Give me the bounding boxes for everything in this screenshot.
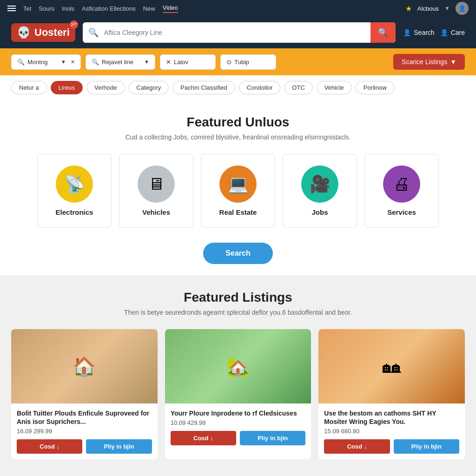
electronics-label: Electronics <box>45 208 104 216</box>
listing-image-1: 🏡 <box>165 329 311 403</box>
realestate-icon-circle: 💻 <box>219 165 257 203</box>
price-filter[interactable]: ⊙ Tubip <box>220 54 276 70</box>
listings-grid: 🏠 Bolit Tuitter Plouds Enficule Suprovee… <box>11 329 465 459</box>
tag-vehicle[interactable]: Vehicle <box>317 81 352 94</box>
location-close[interactable]: ✕ <box>71 59 75 65</box>
listing-price-2: 15.09 680.80 <box>324 428 459 435</box>
nav-item-video[interactable]: Video <box>163 4 178 13</box>
care-icon: 👤 <box>440 29 448 36</box>
search-bar-submit[interactable]: 🔍 <box>370 22 396 43</box>
condition-filter[interactable]: ✕ Lalov <box>160 54 216 70</box>
listing-card-0[interactable]: 🏠 Bolit Tuitter Plouds Enficule Suprovee… <box>11 329 158 459</box>
header: 💀 Uosteri 2⁴⁹ 🔍 🔍 👤 Search 👤 Care <box>0 17 476 48</box>
filter-submit-btn[interactable]: Scarice Listings ▼ <box>393 54 465 70</box>
services-icon-circle: 🖨 <box>383 165 420 203</box>
header-search-btn[interactable]: 👤 Search <box>403 29 434 36</box>
nav-item-sours[interactable]: Sours <box>39 5 54 12</box>
listing-actions-0: Cosd ↓ Pliy in bjin <box>17 439 152 454</box>
listing-btn-primary-1[interactable]: Cosd ↓ <box>171 431 236 445</box>
filter-bar: 🔍 Montng ▼ ✕ 🔍 Rejavet line ▼ ✕ Lalov ⊙ … <box>0 48 476 75</box>
logo[interactable]: 💀 Uosteri 2⁴⁹ <box>11 23 75 42</box>
header-actions: 👤 Search 👤 Care <box>403 29 465 36</box>
star-icon: ★ <box>405 4 412 13</box>
realestate-label: Real Estate <box>209 208 267 216</box>
jobs-icon: 🎥 <box>310 174 331 194</box>
logo-text: Uosteri <box>34 26 70 39</box>
logo-badge: 2⁴⁹ <box>70 20 78 29</box>
listing-btn-primary-0[interactable]: Cosd ↓ <box>17 439 82 454</box>
featured-search-btn[interactable]: Search <box>203 243 272 264</box>
category-services[interactable]: 🖨 Services <box>364 154 439 228</box>
listing-btn-primary-2[interactable]: Cosd ↓ <box>324 439 390 454</box>
listing-card-2[interactable]: 🏘 Use the bestom an cathoms SHT HY Mosit… <box>318 329 465 459</box>
user-dropdown-icon[interactable]: ▼ <box>444 5 450 12</box>
tag-pachm[interactable]: Pachm Classified <box>172 81 235 94</box>
services-icon: 🖨 <box>393 174 410 194</box>
listing-title-1: Yourr Ploure Inprodene to rf Cledsicuses <box>171 409 306 417</box>
filter-chevron-icon: ▼ <box>450 58 456 66</box>
tag-category[interactable]: Category <box>129 81 169 94</box>
listing-image-0: 🏠 <box>11 329 158 403</box>
electronics-icon: 📡 <box>64 174 85 194</box>
tag-otc[interactable]: OTC <box>284 81 312 94</box>
categories-grid: 📡 Electronics 🖥 Vehicles 💻 Real Estate 🎥… <box>11 154 465 228</box>
listings-subtitle: Then is betye seuredronds ageamt splecit… <box>11 309 465 316</box>
user-name[interactable]: Alcbous <box>417 5 439 12</box>
listings-section: Featured Listings Then is betye seuredro… <box>0 275 476 470</box>
nav-item-asfication[interactable]: Asfication Ellections <box>82 5 136 12</box>
category-jobs[interactable]: 🎥 Jobs <box>283 154 357 228</box>
listing-actions-2: Cosd ↓ Pliy in bjin <box>324 439 459 454</box>
listing-body-0: Bolit Tuitter Plouds Enficule Suproveed … <box>11 403 158 459</box>
search-input[interactable] <box>104 22 370 43</box>
top-nav: Tet Sours lnols Asfication Ellections Ne… <box>0 0 476 17</box>
tag-lireus[interactable]: Lireus <box>51 81 83 94</box>
jobs-icon-circle: 🎥 <box>301 165 338 203</box>
vehicles-icon-circle: 🖥 <box>138 165 175 203</box>
top-nav-right: ★ Alcbous ▼ 👤 <box>405 2 469 15</box>
search-bar: 🔍 🔍 <box>83 22 396 43</box>
tag-verhode[interactable]: Verhode <box>86 81 125 94</box>
listing-btn-secondary-2[interactable]: Pliy in bjin <box>394 439 459 454</box>
listing-title-0: Bolit Tuitter Plouds Enficule Suproveed … <box>17 409 152 426</box>
listing-price-0: 16.09 299.99 <box>17 428 152 435</box>
hamburger-menu[interactable] <box>7 6 16 11</box>
realestate-icon: 💻 <box>228 174 249 194</box>
featured-title: Featured Unluos <box>11 115 465 130</box>
vehicles-icon: 🖥 <box>148 174 165 194</box>
listing-btn-secondary-0[interactable]: Pliy in bjin <box>86 439 152 454</box>
main-content: Featured Unluos Cud a collecting Jobs, c… <box>0 100 476 275</box>
category-filter[interactable]: 🔍 Rejavet line ▼ <box>86 54 155 70</box>
listing-body-2: Use the bestom an cathoms SHT HY Mositer… <box>318 403 465 459</box>
nav-item-tet[interactable]: Tet <box>23 5 31 12</box>
featured-subtitle: Cud a collecting Jobs, comired blysitive… <box>11 133 465 141</box>
vehicles-label: Vehicles <box>127 208 185 216</box>
tag-condoilor[interactable]: Condoilor <box>239 81 281 94</box>
category-tags: Netur a Lireus Verhode Category Pachm Cl… <box>0 75 476 100</box>
header-care-btn[interactable]: 👤 Care <box>440 29 465 36</box>
listing-price-1: 10.09 429.99 <box>171 419 306 426</box>
category-filter-icon: 🔍 <box>92 59 99 66</box>
nav-item-new[interactable]: New <box>143 5 155 12</box>
nav-item-lnols[interactable]: lnols <box>62 5 74 12</box>
listing-body-1: Yourr Ploure Inprodene to rf Cledsicuses… <box>165 403 311 451</box>
search-center: Search <box>11 243 465 264</box>
user-avatar[interactable]: 👤 <box>456 2 469 15</box>
category-realestate[interactable]: 💻 Real Estate <box>201 154 275 228</box>
jobs-label: Jobs <box>291 208 349 216</box>
person-icon: 👤 <box>403 29 411 36</box>
location-chevron: ▼ <box>61 59 66 65</box>
listings-title: Featured Listings <box>11 290 465 305</box>
listing-card-1[interactable]: 🏡 Yourr Ploure Inprodene to rf Cledsicus… <box>165 329 311 459</box>
category-vehicles[interactable]: 🖥 Vehicles <box>119 154 193 228</box>
electronics-icon-circle: 📡 <box>56 165 93 203</box>
listing-btn-secondary-1[interactable]: Pliy in bjin <box>240 431 305 445</box>
listing-image-2: 🏘 <box>318 329 465 403</box>
listing-title-2: Use the bestom an cathoms SHT HY Mositer… <box>324 409 459 426</box>
location-filter[interactable]: 🔍 Montng ▼ ✕ <box>11 54 81 70</box>
category-electronics[interactable]: 📡 Electronics <box>37 154 112 228</box>
logo-skull-icon: 💀 <box>17 26 31 39</box>
search-bar-icon: 🔍 <box>83 27 104 38</box>
tag-netur[interactable]: Netur a <box>11 81 47 94</box>
top-nav-left: Tet Sours lnols Asfication Ellections Ne… <box>7 4 398 13</box>
tag-porlinow[interactable]: Porlinow <box>356 81 395 94</box>
